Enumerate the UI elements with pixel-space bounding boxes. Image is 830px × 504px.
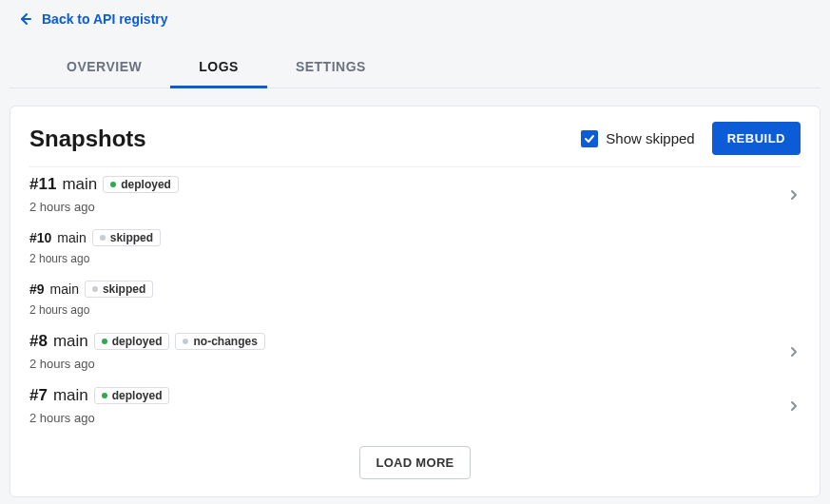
status-badge: deployed bbox=[94, 333, 170, 350]
badge-label: deployed bbox=[112, 335, 163, 348]
snapshot-branch: main bbox=[53, 386, 88, 405]
status-dot-icon bbox=[102, 393, 107, 398]
checkbox-icon bbox=[581, 130, 598, 147]
snapshot-row: #9 mainskipped2 hours ago bbox=[29, 273, 801, 320]
tab-overview[interactable]: OVERVIEW bbox=[38, 48, 170, 88]
badge-label: no-changes bbox=[193, 335, 257, 348]
snapshot-row[interactable]: #7 maindeployed2 hours ago bbox=[29, 378, 801, 429]
status-dot-icon bbox=[110, 182, 116, 187]
snapshots-list: #11 maindeployed2 hours ago#10 mainskipp… bbox=[29, 167, 801, 433]
snapshot-id: #9 bbox=[29, 281, 45, 297]
status-dot-icon bbox=[183, 339, 188, 344]
tab-logs[interactable]: LOGS bbox=[170, 48, 267, 88]
status-badge: deployed bbox=[94, 387, 170, 404]
snapshot-time: 2 hours ago bbox=[29, 200, 179, 214]
snapshot-time: 2 hours ago bbox=[29, 411, 169, 425]
snapshot-info: #8 maindeployedno-changes2 hours ago bbox=[29, 332, 265, 371]
back-link-label: Back to API registry bbox=[42, 11, 168, 27]
load-more-button[interactable]: LOAD MORE bbox=[359, 446, 470, 479]
tab-settings[interactable]: SETTINGS bbox=[267, 48, 395, 88]
chevron-right-icon bbox=[787, 399, 801, 413]
chevron-right-icon bbox=[787, 345, 801, 359]
status-dot-icon bbox=[100, 235, 106, 241]
badge-label: deployed bbox=[112, 389, 163, 402]
badge-label: skipped bbox=[103, 282, 145, 296]
page-title: Snapshots bbox=[29, 126, 146, 152]
show-skipped-label: Show skipped bbox=[606, 130, 694, 146]
status-badge: deployed bbox=[103, 176, 179, 193]
snapshot-row[interactable]: #8 maindeployedno-changes2 hours ago bbox=[29, 324, 801, 375]
badge-label: skipped bbox=[110, 231, 153, 244]
status-badge: skipped bbox=[85, 281, 153, 298]
status-badge: skipped bbox=[92, 229, 161, 246]
snapshot-title-line: #9 mainskipped bbox=[29, 281, 153, 298]
card-header: Snapshots Show skipped REBUILD bbox=[29, 107, 801, 167]
snapshot-time: 2 hours ago bbox=[29, 252, 161, 265]
snapshot-id: #11 bbox=[29, 175, 56, 194]
status-badge: no-changes bbox=[175, 333, 264, 350]
rebuild-button[interactable]: REBUILD bbox=[712, 122, 801, 155]
back-to-registry-link[interactable]: Back to API registry bbox=[0, 0, 830, 38]
snapshot-title-line: #10 mainskipped bbox=[29, 229, 161, 246]
snapshot-branch: main bbox=[50, 281, 79, 297]
snapshot-branch: main bbox=[53, 332, 88, 351]
snapshot-branch: main bbox=[57, 230, 86, 245]
status-dot-icon bbox=[92, 286, 98, 292]
snapshot-id: #10 bbox=[29, 230, 51, 245]
show-skipped-toggle[interactable]: Show skipped bbox=[581, 130, 694, 147]
snapshot-id: #8 bbox=[29, 332, 48, 351]
snapshot-info: #7 maindeployed2 hours ago bbox=[29, 386, 169, 425]
snapshot-time: 2 hours ago bbox=[29, 303, 153, 317]
snapshot-info: #11 maindeployed2 hours ago bbox=[29, 175, 179, 214]
snapshot-branch: main bbox=[62, 175, 97, 194]
arrow-left-icon bbox=[17, 11, 32, 27]
snapshot-time: 2 hours ago bbox=[29, 357, 265, 371]
snapshot-title-line: #8 maindeployedno-changes bbox=[29, 332, 265, 351]
status-dot-icon bbox=[102, 339, 107, 344]
snapshot-title-line: #7 maindeployed bbox=[29, 386, 169, 405]
header-actions: Show skipped REBUILD bbox=[581, 122, 801, 155]
snapshot-row[interactable]: #11 maindeployed2 hours ago bbox=[29, 167, 801, 218]
snapshots-card: Snapshots Show skipped REBUILD #11 maind… bbox=[10, 106, 820, 497]
badge-label: deployed bbox=[121, 178, 171, 191]
snapshot-id: #7 bbox=[29, 386, 48, 405]
snapshot-title-line: #11 maindeployed bbox=[29, 175, 179, 194]
snapshot-info: #9 mainskipped2 hours ago bbox=[29, 281, 153, 317]
snapshot-info: #10 mainskipped2 hours ago bbox=[29, 229, 161, 265]
tabs-nav: OVERVIEW LOGS SETTINGS bbox=[10, 48, 820, 88]
snapshot-row: #10 mainskipped2 hours ago bbox=[29, 222, 801, 269]
chevron-right-icon bbox=[787, 188, 801, 202]
